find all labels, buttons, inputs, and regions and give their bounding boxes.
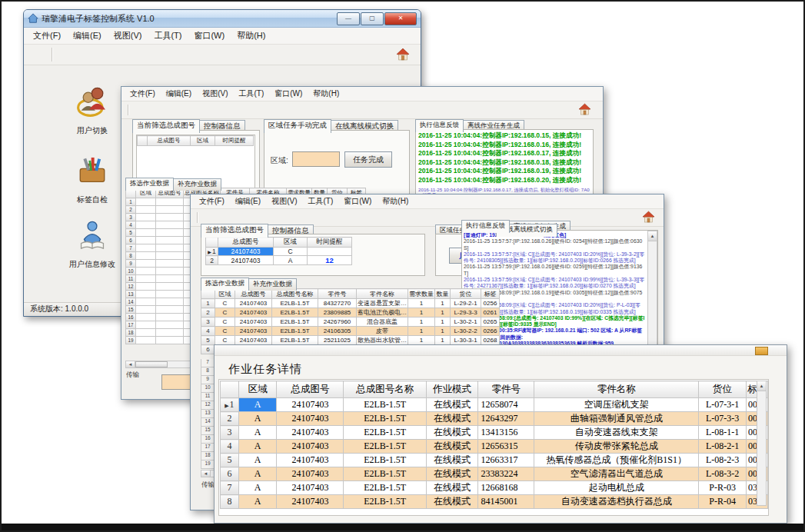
row-number-cell[interactable]: 1 xyxy=(126,198,136,206)
area-cell[interactable]: C xyxy=(215,327,235,336)
assembly-no-cell[interactable]: 24107403 xyxy=(277,426,344,440)
req-qty-cell[interactable]: 1 xyxy=(408,318,435,327)
scroll-left-icon[interactable]: ◄ xyxy=(126,361,135,367)
part-name-cell[interactable]: 空调压缩机支架 xyxy=(534,398,698,412)
row-number-cell[interactable]: 8 xyxy=(221,495,239,509)
row-number-cell[interactable]: 6 xyxy=(201,345,215,354)
vertical-scrollbar[interactable]: ▲ xyxy=(757,381,767,506)
assembly-name-cell[interactable]: E2LB-1.5T xyxy=(344,467,426,481)
table-row[interactable]: 2 C 24107403 E2LB-1.5T 23809885 蓄电池正负极电…… xyxy=(201,308,500,318)
menu-item[interactable]: 帮助(H) xyxy=(377,195,414,208)
menu-item[interactable]: 工具(T) xyxy=(148,28,188,44)
area-cell[interactable]: C xyxy=(215,336,235,345)
table-row[interactable]: 8 A 24107403 E2LB-1.5T 在线模式 84145001 自动变… xyxy=(221,495,768,509)
row-number-cell[interactable]: 17 xyxy=(201,444,215,452)
home-icon[interactable] xyxy=(642,211,657,224)
remind-cell[interactable] xyxy=(308,248,352,256)
row-number-cell[interactable]: 2 xyxy=(201,308,215,318)
area-cell[interactable]: C xyxy=(215,318,235,327)
assembly-no-cell[interactable]: 24107403 xyxy=(277,412,344,426)
assembly-no-cell[interactable]: 24107403 xyxy=(277,467,344,481)
part-name-cell[interactable]: 曲轴箱强制通风管总成 xyxy=(534,412,698,426)
menu-item[interactable]: 帮助(H) xyxy=(308,87,344,101)
tag-cell[interactable]: 0261 xyxy=(481,308,500,318)
tab-area-task-manual[interactable]: 区域任务手动完成 xyxy=(264,119,331,133)
assembly-name-cell[interactable]: E2LB-1.5T xyxy=(344,398,426,412)
row-number-cell[interactable]: 6 xyxy=(221,467,239,481)
row-number-cell[interactable]: 2 xyxy=(206,256,218,265)
assembly-name-cell[interactable]: E2LB-1.5T xyxy=(272,336,318,345)
table-row[interactable]: 3 C 24107403 E2LB-1.5T 24267960 混合器底盖 1 … xyxy=(201,318,500,327)
table-row[interactable]: 5 A 24107403 E2LB-1.5T 在线模式 12663317 热氧传… xyxy=(221,454,768,467)
assembly-no-cell[interactable]: 24107403 xyxy=(277,398,344,412)
remind-cell[interactable]: 12 xyxy=(308,256,352,265)
row-number-cell[interactable]: 11 xyxy=(201,393,215,401)
row-number-cell[interactable]: 7 xyxy=(201,359,215,367)
qty-cell[interactable]: 1 xyxy=(435,308,451,318)
assembly-name-cell[interactable]: E2LB-1.5T xyxy=(272,308,318,318)
menu-item[interactable]: 窗口(W) xyxy=(188,28,231,44)
task-detail-topbar[interactable] xyxy=(215,345,787,356)
menu-item[interactable]: 文件(F) xyxy=(27,28,67,44)
part-no-cell[interactable]: 12658074 xyxy=(478,398,534,412)
location-cell[interactable]: L-07-3-3 xyxy=(699,412,747,426)
assembly-no-cell[interactable]: 24107403 xyxy=(277,495,344,509)
part-name-cell[interactable]: 空气滤清器出气道总成 xyxy=(534,467,698,481)
row-number-cell[interactable]: 9 xyxy=(126,260,136,268)
part-name-cell[interactable]: 变速器悬置支架… xyxy=(357,299,408,308)
row-number-cell[interactable]: 16 xyxy=(126,314,136,321)
assembly-no-cell[interactable]: 24107403 xyxy=(235,308,272,318)
table-row[interactable]: 3 A 24107403 E2LB-1.5T 在线模式 13413156 自动变… xyxy=(221,426,768,440)
work-mode-cell[interactable]: 在线模式 xyxy=(426,440,478,454)
sidebar-item-label-selfcheck[interactable]: 标签自检 xyxy=(54,155,131,205)
tab-exec-feedback[interactable]: 执行信息反馈 xyxy=(461,220,510,233)
home-icon[interactable] xyxy=(396,48,411,62)
work-mode-cell[interactable]: 在线模式 xyxy=(426,467,478,481)
row-number-cell[interactable]: 1 xyxy=(201,299,215,308)
assembly-name-cell[interactable]: E2LB-1.5T xyxy=(344,454,426,467)
menu-item[interactable]: 工具(T) xyxy=(302,195,338,208)
qty-cell[interactable]: 1 xyxy=(435,299,451,308)
area-cell[interactable]: A xyxy=(274,256,308,265)
assembly-no-cell[interactable]: 24107403 xyxy=(235,299,272,308)
area-cell[interactable]: A xyxy=(238,481,276,495)
qty-cell[interactable]: 1 xyxy=(435,336,451,345)
row-number-cell[interactable]: 2 xyxy=(221,412,239,426)
part-name-cell[interactable]: 混合器底盖 xyxy=(357,318,408,327)
location-cell[interactable]: P-R-04 xyxy=(699,495,747,509)
part-no-cell[interactable]: 12643297 xyxy=(478,412,534,426)
part-no-cell[interactable]: 25211025 xyxy=(318,336,357,345)
location-cell[interactable]: P-R-03 xyxy=(699,481,747,495)
part-name-cell[interactable]: 传动皮带张紧轮总成 xyxy=(534,440,698,454)
part-no-cell[interactable]: 84327270 xyxy=(318,299,357,308)
row-number-cell[interactable]: 18 xyxy=(126,329,136,337)
maximize-button[interactable]: ▢ xyxy=(361,12,384,25)
assembly-name-cell[interactable]: E2LB-1.5T xyxy=(344,412,426,426)
row-number-cell[interactable]: 9 xyxy=(201,376,215,384)
assembly-no-cell[interactable]: 24107403 xyxy=(235,327,272,336)
row-number-cell[interactable]: 11 xyxy=(126,275,136,283)
row-number-cell[interactable]: 3 xyxy=(221,426,239,440)
part-name-cell[interactable]: 散热器出水软管… xyxy=(357,336,408,345)
assembly-no-cell[interactable]: 24107403 xyxy=(235,318,272,327)
assembly-no-cell[interactable]: 24107403 xyxy=(277,481,344,495)
main-window-titlebar[interactable]: 瑞擎浦电子标签控制系统 V1.0 — ▢ ✕ xyxy=(24,10,421,28)
location-cell[interactable]: L-08-2-1 xyxy=(699,440,747,454)
part-no-cell[interactable]: 24267960 xyxy=(318,318,357,327)
area-cell[interactable]: A xyxy=(238,467,276,481)
row-number-cell[interactable]: 6 xyxy=(126,237,136,244)
part-no-cell[interactable]: 13413156 xyxy=(478,426,534,440)
table-row[interactable]: 2 A 24107403 E2LB-1.5T 在线模式 12643297 曲轴箱… xyxy=(221,412,768,426)
row-number-cell[interactable]: 10 xyxy=(126,268,136,275)
row-number-cell[interactable]: 18 xyxy=(201,452,215,461)
assembly-no-cell[interactable]: 24107403 xyxy=(277,454,344,467)
work-mode-cell[interactable]: 在线模式 xyxy=(426,398,478,412)
qty-cell[interactable]: 1 xyxy=(435,327,451,336)
location-cell[interactable]: L-30-3-1 xyxy=(451,336,481,345)
part-no-cell[interactable]: 12656315 xyxy=(478,440,534,454)
area-cell[interactable]: C xyxy=(215,308,235,318)
work-mode-cell[interactable]: 在线模式 xyxy=(426,412,478,426)
req-qty-cell[interactable]: 1 xyxy=(408,336,435,345)
menu-item[interactable]: 编辑(E) xyxy=(230,195,266,208)
area-cell[interactable]: A xyxy=(238,495,276,509)
